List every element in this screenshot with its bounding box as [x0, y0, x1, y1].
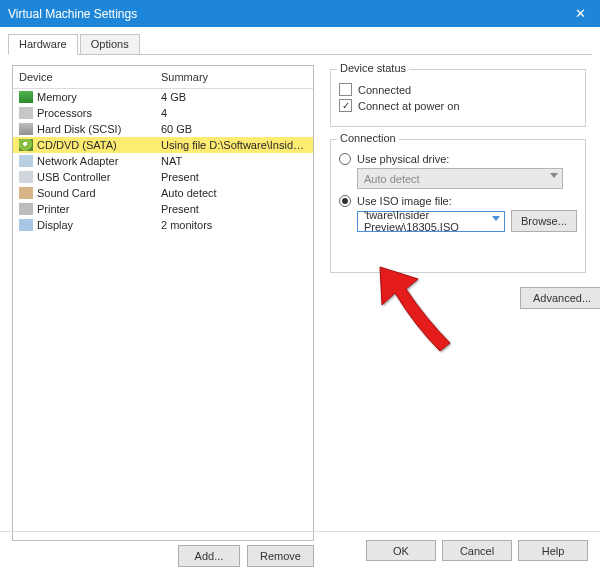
device-header-summary: Summary [161, 71, 305, 83]
printer-icon [19, 203, 33, 215]
device-row-network[interactable]: Network AdapterNAT [13, 153, 313, 169]
cpu-icon [19, 107, 33, 119]
use-physical-label: Use physical drive: [357, 153, 449, 165]
use-iso-label: Use ISO image file: [357, 195, 452, 207]
cancel-button[interactable]: Cancel [442, 540, 512, 561]
device-status-legend: Device status [337, 62, 409, 74]
radio-icon [339, 153, 351, 165]
tab-options[interactable]: Options [80, 34, 140, 55]
device-row-cddvd[interactable]: CD/DVD (SATA)Using file D:\Software\Insi… [13, 137, 313, 153]
tab-strip: Hardware Options [8, 33, 592, 55]
chevron-down-icon [492, 216, 500, 221]
ok-button[interactable]: OK [366, 540, 436, 561]
physical-drive-combo: Auto detect [357, 168, 563, 189]
display-icon [19, 219, 33, 231]
use-physical-drive-radio-row[interactable]: Use physical drive: [339, 153, 577, 165]
checkbox-icon [339, 83, 352, 96]
connected-checkbox-row[interactable]: Connected [339, 83, 577, 96]
physical-drive-value: Auto detect [364, 173, 420, 185]
chevron-down-icon [550, 173, 558, 178]
arrow-annotation-icon [360, 261, 470, 361]
device-status-group: Device status Connected ✓ Connect at pow… [330, 69, 586, 127]
device-row-usb[interactable]: USB ControllerPresent [13, 169, 313, 185]
connection-legend: Connection [337, 132, 399, 144]
radio-selected-icon [339, 195, 351, 207]
device-row-printer[interactable]: PrinterPresent [13, 201, 313, 217]
device-row-sound[interactable]: Sound CardAuto detect [13, 185, 313, 201]
iso-file-value: 'tware\Insider Preview\18305.ISO [364, 209, 504, 233]
device-list-header: Device Summary [13, 66, 313, 89]
usb-icon [19, 171, 33, 183]
use-iso-radio-row[interactable]: Use ISO image file: [339, 195, 577, 207]
connect-power-on-label: Connect at power on [358, 100, 460, 112]
device-row-processors[interactable]: Processors4 [13, 105, 313, 121]
device-list: Device Summary Memory4 GB Processors4 Ha… [12, 65, 314, 541]
checkbox-checked-icon: ✓ [339, 99, 352, 112]
network-icon [19, 155, 33, 167]
device-row-harddisk[interactable]: Hard Disk (SCSI)60 GB [13, 121, 313, 137]
device-row-memory[interactable]: Memory4 GB [13, 89, 313, 105]
device-header-device: Device [19, 71, 161, 83]
iso-file-combo[interactable]: 'tware\Insider Preview\18305.ISO [357, 211, 505, 232]
browse-button[interactable]: Browse... [511, 210, 577, 232]
dialog-button-bar: OK Cancel Help [0, 531, 600, 569]
close-icon[interactable]: ✕ [560, 6, 600, 21]
device-row-display[interactable]: Display2 monitors [13, 217, 313, 233]
help-button[interactable]: Help [518, 540, 588, 561]
advanced-button[interactable]: Advanced... [520, 287, 600, 309]
hard-disk-icon [19, 123, 33, 135]
connected-label: Connected [358, 84, 411, 96]
connection-group: Connection Use physical drive: Auto dete… [330, 139, 586, 273]
connect-power-on-checkbox-row[interactable]: ✓ Connect at power on [339, 99, 577, 112]
memory-icon [19, 91, 33, 103]
sound-icon [19, 187, 33, 199]
cd-dvd-icon [19, 139, 33, 151]
window-title: Virtual Machine Settings [8, 7, 560, 21]
titlebar: Virtual Machine Settings ✕ [0, 0, 600, 27]
tab-hardware[interactable]: Hardware [8, 34, 78, 55]
